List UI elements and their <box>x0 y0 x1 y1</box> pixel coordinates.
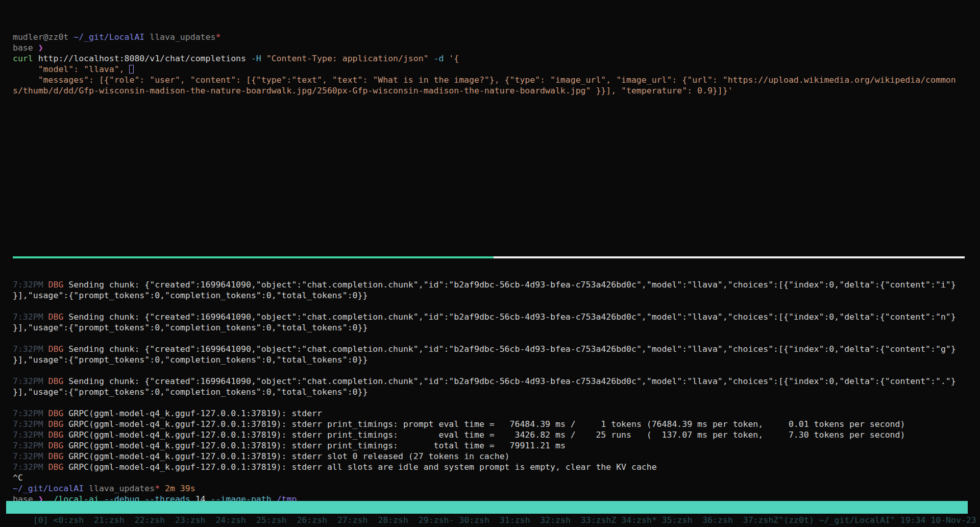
chunk-json: Sending chunk: {"created":1699641090,"ob… <box>68 376 955 386</box>
prompt-arrow: ❯ <box>38 43 43 53</box>
tmux-window-separator <box>84 515 94 525</box>
tmux-window-separator <box>246 515 256 525</box>
log-line: 7:32PM DBG Sending chunk: {"created":169… <box>13 344 956 354</box>
tmux-window-28[interactable]: 28:zsh <box>378 515 408 525</box>
tmux-window-separator <box>206 515 216 525</box>
tmux-window-37[interactable]: 37:zshZ <box>743 515 779 525</box>
command-line-body: s/thumb/d/dd/Gfp-wisconsin-madison-the-n… <box>13 85 733 96</box>
tmux-window-separator <box>657 515 662 525</box>
log-level: DBG <box>48 376 69 386</box>
command-line-body: "model": "llava", <box>13 64 134 75</box>
log-line: 7:32PM DBG GRPC(ggml-model-q4_k.gguf-127… <box>13 440 566 451</box>
grpc-timing: GRPC(ggml-model-q4_k.gguf-127.0.0.1:3781… <box>68 430 905 440</box>
tmux-window-0[interactable]: <0:zsh <box>54 515 84 525</box>
terminal-cursor <box>129 65 134 74</box>
log-line: }],"usage":{"prompt_tokens":0,"completio… <box>13 290 368 301</box>
tmux-window-29[interactable]: 29:zsh- <box>419 515 454 525</box>
tmux-window-31[interactable]: 31:zsh <box>500 515 530 525</box>
tmux-window-list: <0:zsh 21:zsh 22:zsh 23:zsh 24:zsh 25:zs… <box>54 515 779 525</box>
log-level: DBG <box>48 344 69 354</box>
tmux-window-separator <box>530 515 540 525</box>
grpc-slot: GRPC(ggml-model-q4_k.gguf-127.0.0.1:3781… <box>68 451 509 461</box>
tmux-window-32[interactable]: 32:zsh <box>540 515 571 525</box>
tmux-window-33[interactable]: 33:zshZ <box>581 515 617 525</box>
text-segment: "messages": [{"role": "user", "content":… <box>13 75 956 85</box>
log-level: DBG <box>48 409 69 418</box>
timestamp: 7:32PM <box>13 419 48 429</box>
tmux-window-25[interactable]: 25:zsh <box>256 515 287 525</box>
timestamp: 7:32PM <box>13 344 48 354</box>
log-line: }],"usage":{"prompt_tokens":0,"completio… <box>13 387 368 397</box>
cwd-path: ~/_git/LocalAI <box>13 484 84 493</box>
chunk-json-wrap: }],"usage":{"prompt_tokens":0,"completio… <box>13 387 368 397</box>
git-dirty-marker: * <box>155 484 160 493</box>
tmux-window-21[interactable]: 21:zsh <box>94 515 125 525</box>
log-line: 7:32PM DBG GRPC(ggml-model-q4_k.gguf-127… <box>13 408 327 419</box>
flag-data: -d <box>434 54 444 63</box>
pane-divider-segment[interactable] <box>494 256 965 258</box>
timestamp: 7:32PM <box>13 462 48 472</box>
timestamp: 7:32PM <box>13 409 48 418</box>
timestamp: 7:32PM <box>13 280 48 290</box>
log-line: 7:32PM DBG GRPC(ggml-model-q4_k.gguf-127… <box>13 451 510 462</box>
command-line-body: "messages": [{"role": "user", "content":… <box>13 75 956 85</box>
chunk-json: Sending chunk: {"created":1699641090,"ob… <box>68 280 955 290</box>
tmux-window-separator <box>287 515 297 525</box>
tmux-window-separator <box>327 515 337 525</box>
text-segment: '{ <box>449 54 459 63</box>
text-segment <box>444 54 449 63</box>
tmux-window-23[interactable]: 23:zsh <box>175 515 206 525</box>
tmux-status-bar: [0] <0:zsh 21:zsh 22:zsh 23:zsh 24:zsh 2… <box>6 501 968 514</box>
text-segment <box>261 54 266 63</box>
git-branch: llava_updates <box>84 484 155 493</box>
grpc-timing: GRPC(ggml-model-q4_k.gguf-127.0.0.1:3781… <box>68 419 905 429</box>
sigint-marker: ^C <box>13 473 23 483</box>
tmux-window-separator <box>125 515 135 525</box>
tmux-window-34[interactable]: 34:zsh* <box>621 515 657 525</box>
prompt-line: ~/_git/LocalAI llava_updates* 2m 39s <box>13 483 195 494</box>
timestamp: 7:32PM <box>13 312 48 322</box>
tmux-window-separator <box>489 515 500 525</box>
chunk-json-wrap: }],"usage":{"prompt_tokens":0,"completio… <box>13 291 368 300</box>
log-line: }],"usage":{"prompt_tokens":0,"completio… <box>13 354 368 365</box>
header-value: "Content-Type: application/json" <box>266 54 429 63</box>
text-segment <box>429 54 434 63</box>
tmux-window-30[interactable]: 30:zsh <box>459 515 489 525</box>
text-segment: "model": "llava", <box>13 64 129 74</box>
pane-divider-active-segment[interactable] <box>13 256 494 258</box>
log-line: 7:32PM DBG GRPC(ggml-model-q4_k.gguf-127… <box>13 462 657 472</box>
tmux-window-36[interactable]: 36:zsh <box>702 515 733 525</box>
tmux-window-26[interactable]: 26:zsh <box>297 515 327 525</box>
tmux-window-separator <box>368 515 378 525</box>
prompt-line: mudler@zz0t ~/_git/LocalAI llava_updates… <box>13 32 220 42</box>
conda-env-label: base <box>13 43 38 53</box>
terminal-window: mudler@zz0t ~/_git/LocalAI llava_updates… <box>0 0 980 527</box>
command-duration: 2m 39s <box>160 484 195 493</box>
log-level: DBG <box>48 312 69 322</box>
flag-header: -H <box>251 54 261 63</box>
timestamp: 7:32PM <box>13 451 48 461</box>
tmux-window-24[interactable]: 24:zsh <box>215 515 246 525</box>
tmux-window-35[interactable]: 35:zsh <box>662 515 693 525</box>
timestamp: 7:32PM <box>13 430 48 440</box>
log-line: 7:32PM DBG Sending chunk: {"created":169… <box>13 279 956 290</box>
command-curl: curl <box>13 54 33 63</box>
tmux-window-separator <box>165 515 175 525</box>
log-line: 7:32PM DBG Sending chunk: {"created":169… <box>13 312 956 322</box>
tmux-window-separator <box>454 515 459 525</box>
grpc-stderr: GRPC(ggml-model-q4_k.gguf-127.0.0.1:3781… <box>68 409 327 418</box>
tmux-window-separator <box>408 515 419 525</box>
log-line: 7:32PM DBG GRPC(ggml-model-q4_k.gguf-127… <box>13 419 905 429</box>
log-line: }],"usage":{"prompt_tokens":0,"completio… <box>13 322 368 333</box>
command-line: curl http://localhost:8080/v1/chat/compl… <box>13 53 459 64</box>
timestamp: 7:32PM <box>13 376 48 386</box>
log-level: DBG <box>48 430 69 440</box>
tmux-session-name: [0] <box>33 515 54 525</box>
chunk-json-wrap: }],"usage":{"prompt_tokens":0,"completio… <box>13 355 368 365</box>
tmux-window-27[interactable]: 27:zsh <box>337 515 368 525</box>
log-level: DBG <box>48 419 69 429</box>
tmux-window-22[interactable]: 22:zsh <box>134 515 165 525</box>
log-level: DBG <box>48 451 69 461</box>
git-branch: llava_updates <box>144 32 215 42</box>
tmux-window-separator <box>733 515 743 525</box>
